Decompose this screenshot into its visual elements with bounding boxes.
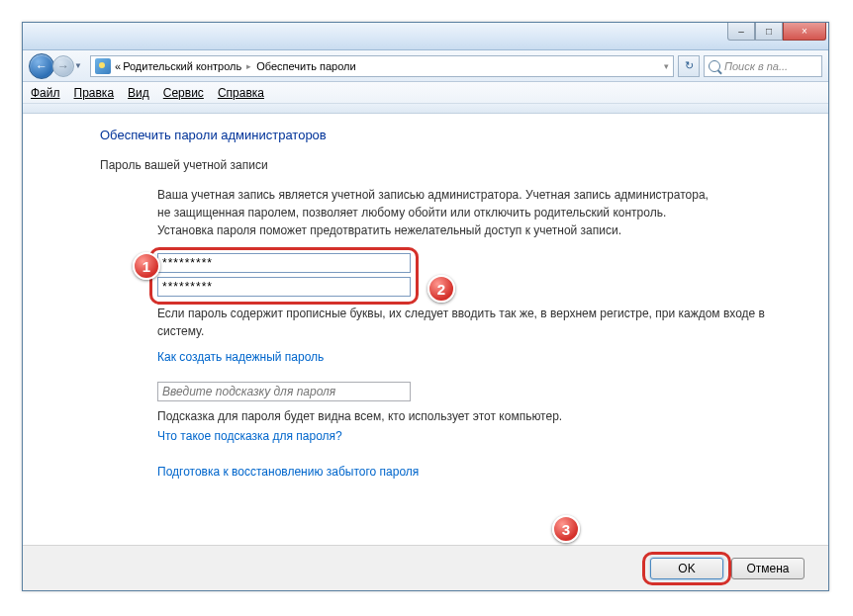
menu-help[interactable]: Справка xyxy=(218,86,264,100)
address-bar[interactable]: « Родительский контроль ▸ Обеспечить пар… xyxy=(90,55,674,77)
breadcrumb: « Родительский контроль ▸ Обеспечить пар… xyxy=(115,60,356,72)
password-input[interactable] xyxy=(157,253,411,273)
nav-arrows: ← → ▼ xyxy=(29,53,86,79)
search-input[interactable]: Поиск в па... xyxy=(704,55,822,77)
password-hint-input[interactable] xyxy=(157,382,411,401)
search-placeholder: Поиск в па... xyxy=(724,60,788,72)
control-panel-icon xyxy=(95,58,111,74)
breadcrumb-prefix: « xyxy=(115,60,121,72)
close-button[interactable]: × xyxy=(783,23,826,41)
forward-button[interactable]: → xyxy=(52,55,74,77)
description-text: Ваша учетная запись является учетной зап… xyxy=(157,186,711,239)
link-what-is-hint[interactable]: Что такое подсказка для пароля? xyxy=(157,427,342,445)
search-icon xyxy=(709,60,720,72)
menu-service[interactable]: Сервис xyxy=(163,86,204,100)
minimize-button[interactable]: – xyxy=(727,23,755,41)
annotation-highlight-ok: OK xyxy=(650,558,723,579)
menu-file[interactable]: Файл xyxy=(31,86,60,100)
section-label: Пароль вашей учетной записи xyxy=(100,158,808,172)
navigation-bar: ← → ▼ « Родительский контроль ▸ Обеспечи… xyxy=(23,50,828,82)
window-frame: – □ × ← → ▼ « Родительский контроль ▸ Об… xyxy=(22,22,829,591)
breadcrumb-current[interactable]: Обеспечить пароли xyxy=(256,60,355,72)
refresh-button[interactable]: ↻ xyxy=(678,55,700,77)
menu-bar: Файл Правка Вид Сервис Справка xyxy=(23,82,828,104)
link-password-recovery[interactable]: Подготовка к восстановлению забытого пар… xyxy=(157,463,419,481)
link-strong-password[interactable]: Как создать надежный пароль xyxy=(157,348,324,366)
annotation-badge-2: 2 xyxy=(427,275,455,303)
address-dropdown-icon[interactable]: ▾ xyxy=(664,61,669,71)
content-area: Обеспечить пароли администраторов Пароль… xyxy=(23,114,828,549)
menu-edit[interactable]: Правка xyxy=(74,86,115,100)
hint-note: Подсказка для пароля будет видна всем, к… xyxy=(157,407,801,425)
breadcrumb-separator-icon: ▸ xyxy=(246,61,251,71)
caps-note: Если пароль содержит прописные буквы, их… xyxy=(157,305,801,340)
title-bar: – □ × xyxy=(23,23,828,50)
back-button[interactable]: ← xyxy=(29,53,54,79)
toolbar-strip xyxy=(23,104,828,114)
breadcrumb-parent[interactable]: Родительский контроль xyxy=(123,60,241,72)
password-inputs-group xyxy=(157,253,434,297)
history-dropdown-icon[interactable]: ▼ xyxy=(74,61,86,70)
confirm-password-input[interactable] xyxy=(157,277,411,297)
maximize-button[interactable]: □ xyxy=(755,23,783,41)
footer-bar: OK Отмена xyxy=(23,545,828,590)
annotation-badge-1: 1 xyxy=(133,252,160,280)
menu-view[interactable]: Вид xyxy=(128,86,149,100)
annotation-badge-3: 3 xyxy=(552,515,580,543)
page-title: Обеспечить пароли администраторов xyxy=(100,128,808,142)
window-controls: – □ × xyxy=(727,23,826,41)
cancel-button[interactable]: Отмена xyxy=(731,558,805,579)
ok-button[interactable]: OK xyxy=(650,558,723,579)
